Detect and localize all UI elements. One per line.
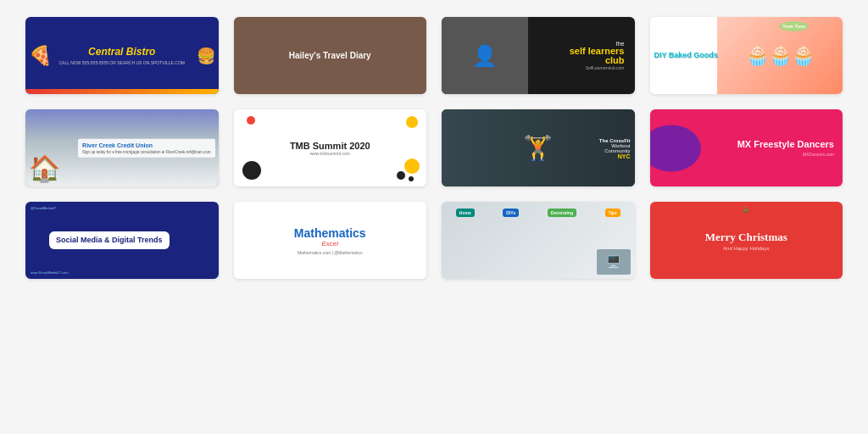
learners-url: SelfLearnerslub.com: [570, 65, 625, 70]
mx-blob: [650, 125, 701, 171]
card-bistro[interactable]: 🍕 Central Bistro CALL NOW 555-555-5555 O…: [25, 17, 219, 94]
baked-title: DIY Baked Goods: [654, 51, 718, 61]
card-tmb[interactable]: TMB Summit 2020 www.tmbsummit.com: [234, 109, 427, 186]
math-subtitle: Excel: [321, 240, 338, 248]
christmas-tree-icon: 🎄: [742, 206, 750, 214]
credit-title: River Creek Credit Union: [82, 142, 210, 148]
dot-black3: [409, 176, 414, 181]
dot-yellow-bottom: [404, 159, 420, 174]
social-bubble: Social Media & Digital Trends: [49, 231, 170, 249]
social-url: www.SocialMedia27.com: [31, 270, 68, 275]
christmas-title: Merry Christmas: [705, 231, 787, 244]
card-christmas[interactable]: 🎄 Merry Christmas And Happy Holidays: [650, 202, 843, 279]
christmas-subtitle: And Happy Holidays: [723, 246, 769, 251]
learners-line3: club: [570, 56, 625, 65]
tag-decorating: Decorating: [548, 209, 576, 217]
card-baked[interactable]: DIY Baked Goods 🧁🧁🧁 Yum Yum: [650, 17, 843, 94]
card-home[interactable]: Home DIYs Decorating Tips 🖥️: [442, 202, 635, 279]
card-learners[interactable]: 👤 the self learners club SelfLearnerslub…: [442, 17, 635, 94]
bistro-subtitle: CALL NOW 555-555-5555 OR SEARCH US ON SP…: [59, 60, 185, 65]
dot-yellow-top: [406, 116, 418, 128]
crossfit-text: The CrossFit Workout Community NYC: [599, 137, 631, 159]
mx-title: MX Freestyle Dancers: [737, 139, 834, 150]
social-title: Social Media & Digital Trends: [56, 236, 163, 245]
bistro-bottom-bar: [25, 89, 219, 94]
tag-diys: DIYs: [503, 209, 519, 217]
tmb-url: www.tmbsummit.com: [290, 151, 370, 156]
dot-black: [242, 161, 261, 180]
mx-url: MXDancers.com: [737, 152, 834, 157]
tmb-title: TMB Summit 2020: [290, 141, 370, 151]
card-crossfit[interactable]: 🏋️ The CrossFit Workout Community NYC: [442, 109, 635, 186]
card-math[interactable]: Mathematics Excel Mathematics.com | @Mat…: [234, 202, 427, 279]
card-mx[interactable]: MX Freestyle Dancers MXDancers.com: [650, 109, 843, 186]
food-right-icon: 🍔: [197, 47, 215, 65]
home-monitor-icon: 🖥️: [597, 249, 631, 275]
gallery-container: 🍕 Central Bistro CALL NOW 555-555-5555 O…: [0, 0, 868, 434]
social-handle: @SocialMedia27: [31, 206, 56, 210]
card-social[interactable]: @SocialMedia27 Social Media & Digital Tr…: [25, 202, 219, 279]
card-credit[interactable]: 🏠 River Creek Credit Union Sign up today…: [25, 109, 219, 186]
dot-black2: [397, 171, 405, 180]
card-grid: 🍕 Central Bistro CALL NOW 555-555-5555 O…: [25, 17, 843, 279]
math-url: Mathematics.com | @Mathematics: [298, 250, 363, 255]
credit-subtitle: Sign up today for a free mortgage consul…: [82, 150, 210, 154]
travel-title: Hailey's Travel Diary: [289, 50, 371, 62]
learner-person-bg: 👤: [442, 17, 528, 94]
tmb-text: TMB Summit 2020 www.tmbsummit.com: [290, 141, 370, 156]
mx-text: MX Freestyle Dancers MXDancers.com: [737, 139, 834, 157]
math-title: Mathematics: [294, 226, 366, 240]
food-left-icon: 🍕: [29, 45, 52, 67]
learners-text: the self learners club SelfLearnerslub.c…: [570, 41, 628, 70]
dot-red: [247, 116, 255, 125]
home-tags: Home DIYs Decorating Tips: [442, 209, 635, 217]
tag-tips: Tips: [605, 209, 620, 217]
tag-home: Home: [456, 209, 475, 217]
credit-text: River Creek Credit Union Sign up today f…: [78, 138, 214, 157]
bistro-text: Central Bistro CALL NOW 555-555-5555 OR …: [59, 46, 185, 64]
baked-tag: Yum Yum: [779, 21, 809, 31]
bistro-title: Central Bistro: [59, 46, 185, 58]
card-travel[interactable]: Hailey's Travel Diary: [234, 17, 427, 94]
crossfit-line4: NYC: [599, 153, 631, 159]
